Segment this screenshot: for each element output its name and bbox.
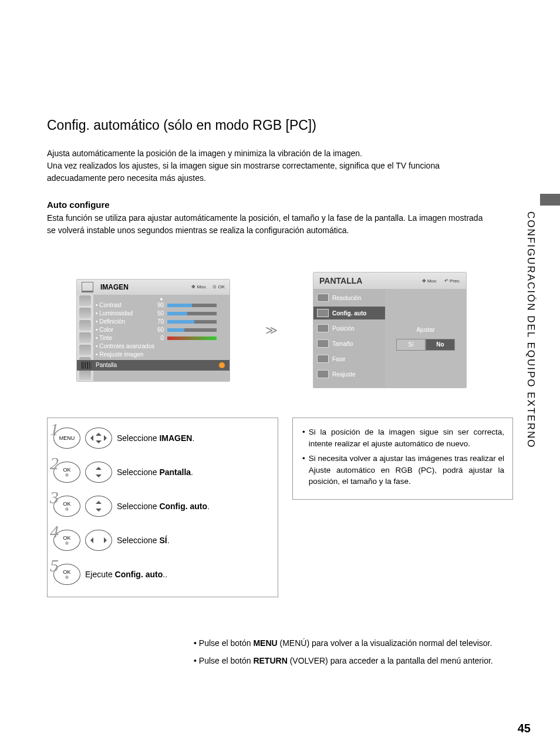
step-5: 5 OK⊙ Ejecute Config. auto.. <box>53 564 272 585</box>
osd-pantalla-menu: PANTALLA ✥ Mov. ↶ Prev. Resolución Confi… <box>313 272 467 388</box>
osd-item-color: • Color60 <box>96 326 227 334</box>
ajustar-label: Ajustar <box>416 327 434 333</box>
step-3: 3 OK⊙ Seleccione Config. auto. <box>53 496 272 517</box>
pant-item-posicion: Posición <box>317 322 382 335</box>
up-arrow-icon: ▲ <box>96 296 227 301</box>
tv-icon <box>82 282 93 292</box>
step-4: 4 OK⊙ Seleccione SÍ. <box>53 530 272 551</box>
subheading: Auto configure <box>47 200 513 210</box>
osd-item-reajuste: • Reajuste imagen <box>96 351 227 359</box>
step-2: 2 OK⊙ Seleccione Pantalla. <box>53 462 272 483</box>
osd-pantalla-prev-hint: ↶ Prev. <box>444 278 460 284</box>
dpad-leftright-icon <box>85 530 112 551</box>
steps-box: 1 MENU Seleccione IMAGEN. 2 OK⊙ Seleccio… <box>47 418 278 597</box>
pant-item-reajuste: Reajuste <box>317 368 382 381</box>
osd-item-tinte: • Tinte0 <box>96 334 227 342</box>
osd-pantalla-title: PANTALLA <box>319 276 362 285</box>
notes-box: •Si la posición de la imagen sigue sin s… <box>292 418 513 500</box>
osd-imagen-title: IMAGEN <box>100 283 129 291</box>
selected-dot-icon <box>219 362 225 368</box>
osd-item-contrast: • Contrast90 <box>96 301 227 309</box>
intro-text-1: Ajusta automáticamente la posición de la… <box>47 147 493 160</box>
option-si: Sí <box>396 339 426 351</box>
osd-ok-hint: ⊙ OK <box>212 284 225 290</box>
osd-mov-hint: ✥ Mov. <box>191 284 207 290</box>
page-number: 45 <box>518 722 531 735</box>
osd-item-definicion: • Definición70 <box>96 318 227 326</box>
yes-no-selector: Sí No <box>396 339 455 351</box>
osd-imagen-menu: IMAGEN ✥ Mov. ⊙ OK ▲ • Contrast90 • Lumi… <box>76 279 230 382</box>
arrow-right-icon: ≫ <box>265 323 278 337</box>
dpad-updown-icon <box>85 462 112 483</box>
pant-item-fase: Fase <box>317 352 382 365</box>
pant-item-config-auto: Config. auto <box>313 307 385 319</box>
dpad-updown-icon <box>85 496 112 517</box>
description-text: Esta función se utiliza para ajustar aut… <box>47 212 493 237</box>
pant-item-resolucion: Resolución <box>317 291 382 304</box>
osd-item-luminosidad: • Luminosidad50 <box>96 309 227 318</box>
page-title: Config. automático (sólo en modo RGB [PC… <box>47 117 513 133</box>
dpad-all-icon <box>85 428 112 449</box>
osd-pantalla-mov-hint: ✥ Mov. <box>422 278 437 284</box>
osd-highlight-pantalla: Pantalla <box>77 360 230 371</box>
step-1: 1 MENU Seleccione IMAGEN. <box>53 428 272 449</box>
footer-notes: • Pulse el botón MENU (MENÚ) para volver… <box>194 638 513 665</box>
film-icon <box>82 362 91 369</box>
osd-item-controles: • Controles avanzados <box>96 342 227 351</box>
pant-item-tamano: Tamaño <box>317 337 382 350</box>
intro-text-2: Una vez realizados los ajustes, si la im… <box>47 160 493 184</box>
option-no: No <box>426 339 455 351</box>
